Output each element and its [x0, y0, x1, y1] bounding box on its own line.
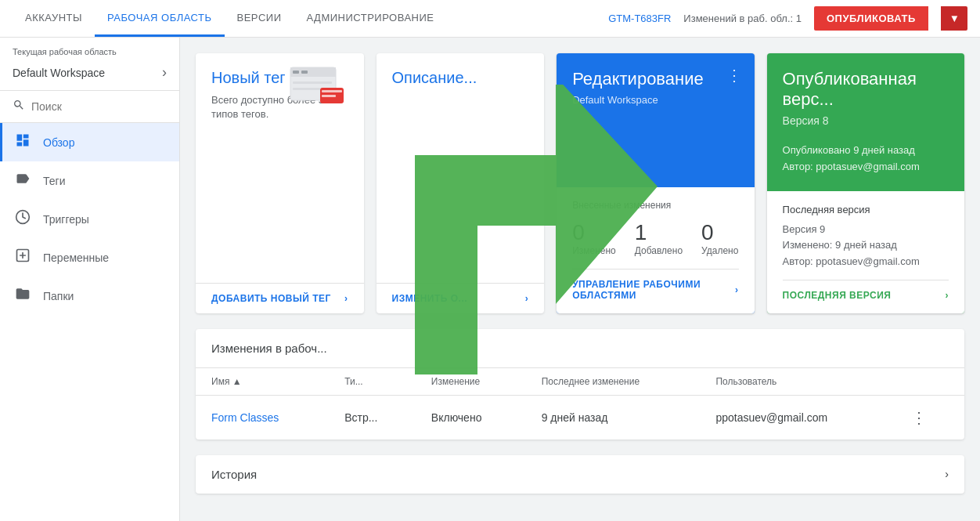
row-more-button[interactable]: ⋮	[908, 405, 930, 430]
published-card-top: Опубликованная верс... Версия 8 Опублико…	[767, 53, 964, 191]
published-card: Опубликованная верс... Версия 8 Опублико…	[767, 53, 964, 313]
row-name-link[interactable]: Form Classes	[211, 411, 279, 424]
svg-rect-11	[322, 90, 342, 92]
published-card-bottom: Последняя версия Версия 9 Изменено: 9 дн…	[767, 191, 964, 313]
workspace-selector[interactable]: Default Workspace ›	[13, 61, 167, 84]
stat-deleted: 0 Удалено	[701, 220, 738, 256]
cards-row: Новый тег Всего доступно более 50 типов …	[196, 53, 964, 313]
history-arrow-icon: ›	[945, 468, 949, 480]
tab-accounts[interactable]: АККАУНТЫ	[13, 0, 95, 37]
latest-version-link[interactable]: ПОСЛЕДНЯЯ ВЕРСИЯ ›	[783, 280, 949, 301]
tab-admin[interactable]: АДМИНИСТРИРОВАНИЕ	[294, 0, 446, 37]
search-box	[0, 91, 179, 123]
container-id: GTM-T683FR	[608, 13, 671, 24]
description-title: Описание...	[392, 69, 529, 87]
sidebar-nav: Обзор Теги Триггеры Переменные	[0, 123, 179, 521]
col-actions	[892, 368, 964, 396]
svg-rect-6	[293, 71, 299, 74]
tag-icon-area	[289, 66, 351, 113]
history-section: История ›	[196, 455, 964, 494]
add-new-tag-link[interactable]: ДОБАВИТЬ НОВЫЙ ТЕГ ›	[196, 283, 364, 313]
sidebar-item-folders-label: Папки	[43, 290, 74, 302]
changes-table-title: Изменения в рабоч...	[196, 329, 964, 368]
add-tag-arrow-icon: ›	[344, 293, 348, 304]
changes-table-head: Имя ▲ Ти... Изменение Последнее изменени…	[196, 368, 964, 396]
variables-icon	[15, 248, 31, 267]
published-title: Опубликованная верс...	[783, 69, 949, 110]
sidebar-item-tags[interactable]: Теги	[0, 161, 179, 200]
manage-arrow-icon: ›	[735, 284, 739, 295]
workspace-name: Default Workspace	[13, 67, 105, 79]
sidebar-item-overview[interactable]: Обзор	[0, 123, 179, 161]
sort-icon: ▲	[232, 376, 242, 387]
stat-changed: 0 Изменено	[572, 220, 616, 256]
col-last-change: Последнее изменение	[526, 368, 701, 396]
changes-count: Изменений в раб. обл.: 1	[683, 13, 802, 24]
changes-stats: 0 Изменено 1 Добавлено 0 Удалено	[572, 220, 738, 256]
manage-workspaces-link[interactable]: УПРАВЛЕНИЕ РАБОЧИМИ ОБЛАСТЯМИ ›	[572, 269, 738, 301]
top-nav: АККАУНТЫ РАБОЧАЯ ОБЛАСТЬ ВЕРСИИ АДМИНИСТ…	[0, 0, 980, 38]
latest-author: Автор: ppotasuev@gmail.com	[783, 254, 949, 270]
new-tag-card: Новый тег Всего доступно более 50 типов …	[196, 53, 364, 313]
overview-icon	[15, 132, 31, 152]
published-meta: Опубликовано 9 дней назад Автор: ppotasu…	[783, 143, 949, 175]
workspace-section: Текущая рабочая область Default Workspac…	[0, 38, 179, 91]
sidebar: Текущая рабочая область Default Workspac…	[0, 38, 180, 521]
published-version: Версия 8	[783, 114, 949, 127]
editing-card: Редактирование Default Workspace ⋮ Внесе…	[557, 53, 754, 313]
latest-version-details: Версия 9 Изменено: 9 дней назад Автор: p…	[783, 222, 949, 270]
col-user: Пользователь	[700, 368, 892, 396]
search-input[interactable]	[31, 100, 167, 113]
changes-table: Имя ▲ Ти... Изменение Последнее изменени…	[196, 368, 964, 440]
description-card-content: Описание...	[377, 53, 545, 283]
sidebar-item-folders[interactable]: Папки	[0, 277, 179, 315]
workspace-label: Текущая рабочая область	[13, 47, 167, 56]
svg-rect-9	[293, 88, 320, 90]
tab-workspace[interactable]: РАБОЧАЯ ОБЛАСТЬ	[95, 0, 225, 37]
main-layout: Текущая рабочая область Default Workspac…	[0, 38, 980, 521]
tab-versions[interactable]: ВЕРСИИ	[225, 0, 294, 37]
editing-more-button[interactable]: ⋮	[726, 66, 742, 85]
workspace-arrow-icon: ›	[162, 64, 167, 81]
svg-rect-7	[301, 71, 308, 74]
main-content: Новый тег Всего доступно более 50 типов …	[180, 38, 980, 521]
stat-added: 1 Добавлено	[635, 220, 683, 256]
svg-rect-8	[293, 81, 332, 84]
latest-version-num: Версия 9	[783, 222, 949, 238]
sidebar-item-variables[interactable]: Переменные	[0, 238, 179, 277]
history-title: История	[211, 468, 257, 481]
sidebar-item-variables-label: Переменные	[43, 251, 109, 264]
published-author: Автор: ppotasuev@gmail.com	[783, 159, 949, 175]
editing-card-bottom: Внесенные изменения 0 Изменено 1 Добавле…	[557, 187, 754, 313]
publish-dropdown-button[interactable]: ▼	[941, 6, 967, 31]
sidebar-item-triggers[interactable]: Триггеры	[0, 200, 179, 238]
stat-changed-label: Изменено	[572, 245, 616, 256]
history-row[interactable]: История ›	[196, 455, 964, 494]
row-actions: ⋮	[892, 395, 964, 440]
editing-title: Редактирование	[572, 69, 738, 89]
col-change: Изменение	[416, 368, 526, 396]
change-description-link[interactable]: ИЗМЕНИТЬ О... ›	[377, 283, 545, 313]
published-date: Опубликовано 9 дней назад	[783, 143, 949, 159]
triggers-icon	[15, 209, 31, 229]
table-header-row: Имя ▲ Ти... Изменение Последнее изменени…	[196, 368, 964, 396]
new-tag-card-content: Новый тег Всего доступно более 50 типов …	[196, 53, 364, 283]
col-name: Имя ▲	[196, 368, 329, 396]
folders-icon	[15, 286, 31, 306]
publish-button[interactable]: ОПУБЛИКОВАТЬ	[814, 6, 928, 31]
stat-added-num: 1	[635, 220, 683, 245]
editing-card-top: Редактирование Default Workspace ⋮	[557, 53, 754, 187]
latest-version-title: Последняя версия	[783, 204, 949, 215]
change-desc-arrow-icon: ›	[525, 293, 529, 304]
svg-rect-12	[322, 95, 336, 97]
changes-table-section: Изменения в рабоч... Имя ▲ Ти... Изменен…	[196, 329, 964, 440]
search-row	[13, 99, 167, 114]
row-change: Включено	[416, 395, 526, 440]
sidebar-item-tags-label: Теги	[43, 175, 65, 187]
changes-table-body: Form Classes Встр... Включено 9 дней наз…	[196, 395, 964, 440]
stat-deleted-num: 0	[701, 220, 738, 245]
stat-added-label: Добавлено	[635, 245, 683, 256]
nav-tabs: АККАУНТЫ РАБОЧАЯ ОБЛАСТЬ ВЕРСИИ АДМИНИСТ…	[13, 0, 608, 37]
sidebar-item-triggers-label: Триггеры	[43, 213, 89, 226]
latest-arrow-icon: ›	[946, 290, 949, 301]
